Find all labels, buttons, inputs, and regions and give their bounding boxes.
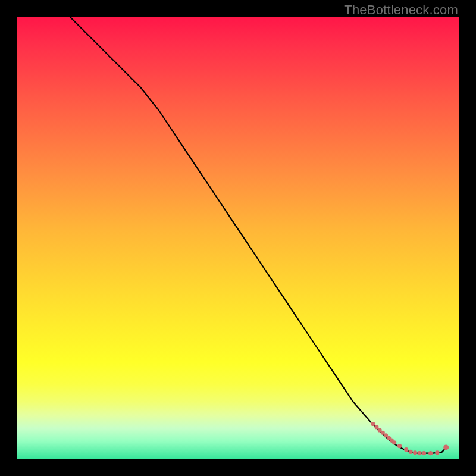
series-dot [374,425,378,429]
series-dot [404,447,408,452]
series-dot [413,450,417,455]
series-dot [435,450,439,455]
series-dot [409,450,413,454]
series-dot [422,451,426,455]
chart-frame: TheBottleneck.com [0,0,476,476]
series-dot [428,451,433,455]
series-dot [443,444,449,450]
series-dot [397,444,402,448]
chart-overlay [0,0,476,476]
series-dot [417,451,421,455]
series-curve [70,17,446,453]
series-dot [371,422,375,426]
series-dot [392,440,396,444]
